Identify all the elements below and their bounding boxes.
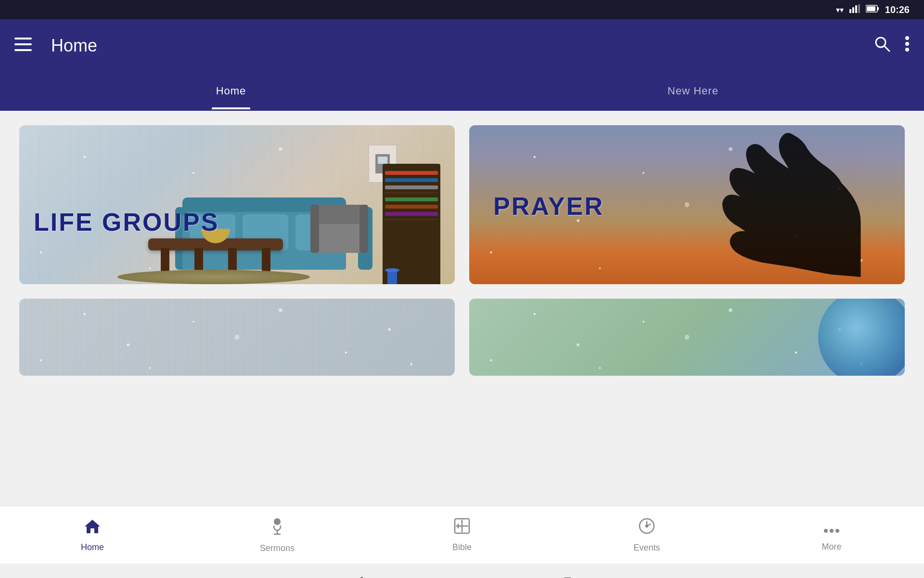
- svg-point-25: [646, 525, 648, 527]
- signal-icon: [849, 4, 860, 15]
- nav-bible[interactable]: Bible: [370, 506, 554, 564]
- tab-new-here[interactable]: New Here: [462, 72, 924, 109]
- svg-rect-0: [849, 9, 851, 13]
- nav-home-label: Home: [81, 542, 104, 552]
- hand-silhouette: [643, 125, 905, 284]
- tab-home[interactable]: Home: [0, 72, 462, 109]
- nav-sermons-label: Sermons: [260, 543, 295, 553]
- prayer-title: PRAYER: [493, 192, 604, 221]
- svg-rect-6: [867, 6, 875, 11]
- more-icon: [823, 518, 840, 538]
- main-content: LIFE GROUPS PRAYER: [0, 111, 924, 506]
- home-button[interactable]: ●: [459, 573, 467, 578]
- nav-more[interactable]: More: [739, 506, 924, 564]
- recents-button[interactable]: ■: [564, 573, 572, 578]
- svg-point-13: [905, 42, 909, 46]
- cards-grid: LIFE GROUPS PRAYER: [19, 125, 905, 376]
- nav-bible-label: Bible: [452, 542, 472, 552]
- bible-icon: [454, 518, 470, 539]
- card-3[interactable]: [19, 299, 455, 376]
- svg-point-27: [830, 529, 834, 533]
- nav-events-label: Events: [633, 543, 660, 553]
- more-options-icon[interactable]: [905, 36, 910, 56]
- svg-rect-2: [855, 5, 857, 13]
- svg-point-15: [274, 518, 281, 525]
- app-title: Home: [51, 36, 97, 56]
- nav-events[interactable]: Events: [554, 506, 739, 564]
- nav-more-label: More: [821, 542, 841, 552]
- bottom-nav: Home Sermons Bible: [0, 506, 924, 564]
- system-nav: ◀ ● ■: [0, 564, 924, 578]
- home-icon: [84, 518, 101, 539]
- wifi-icon: ▾▾: [836, 5, 844, 14]
- svg-point-28: [835, 529, 839, 533]
- svg-point-12: [905, 36, 909, 40]
- tab-bar: Home New Here: [0, 72, 924, 111]
- battery-icon: [866, 5, 879, 14]
- search-icon[interactable]: [874, 36, 890, 56]
- nav-sermons[interactable]: Sermons: [185, 506, 370, 564]
- back-button[interactable]: ◀: [352, 573, 363, 578]
- svg-rect-3: [858, 4, 860, 13]
- svg-rect-9: [14, 49, 32, 51]
- svg-point-14: [905, 48, 909, 52]
- life-groups-title: LIFE GROUPS: [34, 208, 219, 236]
- svg-line-11: [885, 46, 889, 51]
- sermons-icon: [270, 517, 284, 539]
- svg-rect-7: [14, 38, 32, 39]
- card-4[interactable]: [469, 299, 905, 376]
- app-bar: Home: [0, 19, 924, 72]
- svg-rect-8: [14, 43, 32, 45]
- time-display: 10:26: [885, 4, 910, 15]
- life-groups-card[interactable]: LIFE GROUPS: [19, 125, 455, 284]
- status-bar: ▾▾ 10:26: [0, 0, 924, 19]
- svg-point-26: [824, 529, 828, 533]
- hamburger-menu-icon[interactable]: [14, 37, 32, 55]
- events-icon: [638, 517, 655, 539]
- svg-rect-1: [852, 7, 854, 13]
- nav-home[interactable]: Home: [0, 506, 185, 564]
- prayer-card[interactable]: PRAYER: [469, 125, 905, 284]
- svg-rect-5: [877, 7, 879, 10]
